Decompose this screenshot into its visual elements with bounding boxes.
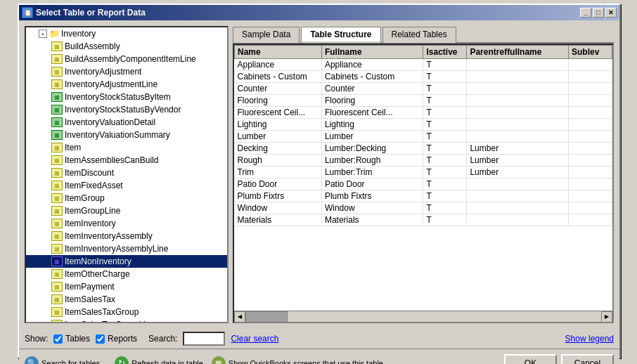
tree-item-label: BuildAssembly — [65, 41, 120, 51]
table-row[interactable]: Counter Counter T — [235, 83, 612, 95]
title-bar: 📋 Select Table or Report Data _ □ ✕ — [19, 5, 619, 20]
list-item[interactable]: ▦ InventoryValuationSummary — [26, 129, 227, 141]
cell-parent: Lumber — [467, 155, 569, 167]
list-item[interactable]: ▦ ItemInventoryAssemblyLine — [26, 242, 227, 255]
table-row[interactable]: Patio Door Patio Door T — [235, 178, 612, 190]
scroll-right-arrow[interactable]: ▶ — [601, 311, 612, 323]
table-row[interactable]: Lighting Lighting T — [235, 119, 612, 131]
table-row[interactable]: Appliance Appliance T — [235, 59, 612, 71]
tree-item-label: InventoryStockStatusByItem — [65, 92, 171, 102]
table-row[interactable]: Window Window T — [235, 202, 612, 214]
list-item[interactable]: ▦ ItemDiscount — [26, 167, 227, 179]
refresh-action[interactable]: ↻ Refresh data in table — [115, 356, 203, 365]
table-row[interactable]: Decking Lumber:Decking T Lumber — [235, 143, 612, 155]
list-item[interactable]: ▦ ItemAssembliesCanBuild — [26, 154, 227, 167]
tree-item-label: InventoryValuationSummary — [65, 130, 170, 140]
cell-sub — [569, 143, 612, 155]
list-item[interactable]: ▦ ItemGroup — [26, 192, 227, 204]
tree-item-label: InventoryValuationDetail — [65, 117, 155, 127]
cell-isactive: T — [423, 167, 467, 178]
table-scroll[interactable]: Name Fullname Isactive Parentreffullname… — [234, 45, 612, 311]
cell-fullname: Lumber:Trim — [321, 167, 423, 178]
close-button[interactable]: ✕ — [605, 8, 617, 18]
tables-checkbox-group: Tables — [53, 334, 90, 344]
list-item[interactable]: ▦ InventoryAdjustmentLine — [26, 78, 227, 91]
tab-related-tables[interactable]: Related Tables — [382, 27, 456, 43]
tree-item-label: InventoryStockStatusByVendor — [65, 105, 181, 115]
list-item[interactable]: ▦ ItemInventoryAssembly — [26, 230, 227, 242]
item-icon: ▦ — [51, 219, 63, 228]
cell-sub — [569, 167, 612, 178]
list-item[interactable]: ▦ InventoryStockStatusByItem — [26, 91, 227, 103]
cell-sub — [569, 59, 612, 71]
tab-sample-data[interactable]: Sample Data — [233, 27, 300, 43]
dialog-content: - 📁 Inventory ▦ BuildAssembly ▦ BuildAss… — [19, 20, 619, 329]
table-row[interactable]: Materials Materials T — [235, 214, 612, 226]
table-row[interactable]: Fluorescent Ceil... Fluorescent Ceil... … — [235, 107, 612, 119]
col-header-name: Name — [235, 46, 322, 59]
list-item[interactable]: ▦ ItemGroupLine — [26, 204, 227, 217]
item-icon: ▦ — [51, 181, 63, 190]
list-item[interactable]: ▦ Item — [26, 141, 227, 154]
tables-label[interactable]: Tables — [65, 334, 90, 344]
reports-label[interactable]: Reports — [108, 334, 137, 344]
cell-name: Cabinets - Custom — [235, 71, 322, 83]
col-header-parent: Parentreffullname — [467, 46, 569, 59]
list-item[interactable]: ▦ ItemSalesTaxGroupLine — [26, 318, 227, 322]
maximize-button[interactable]: □ — [593, 8, 604, 18]
list-item-selected[interactable]: ▦ ItemNonInventory — [26, 255, 227, 268]
list-item[interactable]: ▦ InventoryAdjustment — [26, 65, 227, 78]
cancel-button[interactable]: Cancel — [561, 354, 614, 365]
clear-search-link[interactable]: Clear search — [231, 334, 278, 344]
list-item[interactable]: ▦ ItemInventory — [26, 217, 227, 230]
data-table-container: Name Fullname Isactive Parentreffullname… — [233, 44, 614, 323]
list-item[interactable]: ▦ ItemSalesTax — [26, 293, 227, 306]
list-item[interactable]: ▦ ItemSalesTaxGroup — [26, 306, 227, 318]
list-item[interactable]: ▦ ItemPayment — [26, 280, 227, 293]
cell-isactive: T — [423, 178, 467, 190]
table-row[interactable]: Flooring Flooring T — [235, 95, 612, 107]
list-item[interactable]: ▦ ItemOtherCharge — [26, 268, 227, 280]
action-right: OK Cancel — [504, 354, 614, 365]
table-row[interactable]: Trim Lumber:Trim T Lumber — [235, 167, 612, 178]
root-expander[interactable]: - — [39, 30, 47, 38]
list-item[interactable]: ▦ InventoryValuationDetail — [26, 116, 227, 129]
table-row[interactable]: Rough Lumber:Rough T Lumber — [235, 155, 612, 167]
list-item[interactable]: ▦ ItemFixedAsset — [26, 179, 227, 192]
action-left: 🔍 Search for tables... ↻ Refresh data in… — [25, 356, 383, 365]
table-row[interactable]: Lumber Lumber T — [235, 131, 612, 143]
item-icon: ▦ — [51, 130, 63, 140]
cell-isactive: T — [423, 119, 467, 131]
show-screens-action[interactable]: ▦ Show QuickBooks screens that use this … — [212, 356, 383, 365]
h-scrollbar-thumb[interactable] — [245, 311, 288, 323]
tree-scroll[interactable]: - 📁 Inventory ▦ BuildAssembly ▦ BuildAss… — [26, 27, 227, 322]
table-row[interactable]: Plumb Fixtrs Plumb Fixtrs T — [235, 190, 612, 202]
cell-parent — [467, 59, 569, 71]
tree-root[interactable]: - 📁 Inventory — [26, 27, 227, 40]
h-scrollbar[interactable]: ◀ ▶ — [234, 311, 612, 322]
folder-icon: 📁 — [49, 28, 60, 39]
tree-item-label: ItemGroup — [65, 193, 105, 203]
minimize-button[interactable]: _ — [580, 8, 591, 18]
list-item[interactable]: ▦ BuildAssemblyComponentItemLine — [26, 53, 227, 65]
list-item[interactable]: ▦ InventoryStockStatusByVendor — [26, 103, 227, 116]
h-scrollbar-track[interactable] — [245, 311, 601, 323]
table-row[interactable]: Cabinets - Custom Cabinets - Custom T — [235, 71, 612, 83]
list-item[interactable]: ▦ BuildAssembly — [26, 40, 227, 53]
tree-item-label: ItemAssembliesCanBuild — [65, 155, 158, 165]
reports-checkbox[interactable] — [96, 334, 105, 344]
search-tables-action[interactable]: 🔍 Search for tables... — [25, 356, 106, 365]
show-screens-label: Show QuickBooks screens that use this ta… — [229, 359, 383, 365]
show-legend-link[interactable]: Show legend — [565, 334, 614, 344]
cell-fullname: Plumb Fixtrs — [321, 190, 423, 202]
item-icon: ▦ — [51, 193, 63, 203]
tab-table-structure[interactable]: Table Structure — [301, 27, 380, 43]
tables-checkbox[interactable] — [53, 334, 63, 344]
search-input[interactable] — [183, 332, 225, 346]
cell-fullname: Appliance — [321, 59, 423, 71]
cell-sub — [569, 202, 612, 214]
item-icon: ▦ — [51, 231, 63, 241]
scroll-left-arrow[interactable]: ◀ — [234, 311, 245, 323]
ok-button[interactable]: OK — [504, 354, 557, 365]
col-header-fullname: Fullname — [321, 46, 423, 59]
